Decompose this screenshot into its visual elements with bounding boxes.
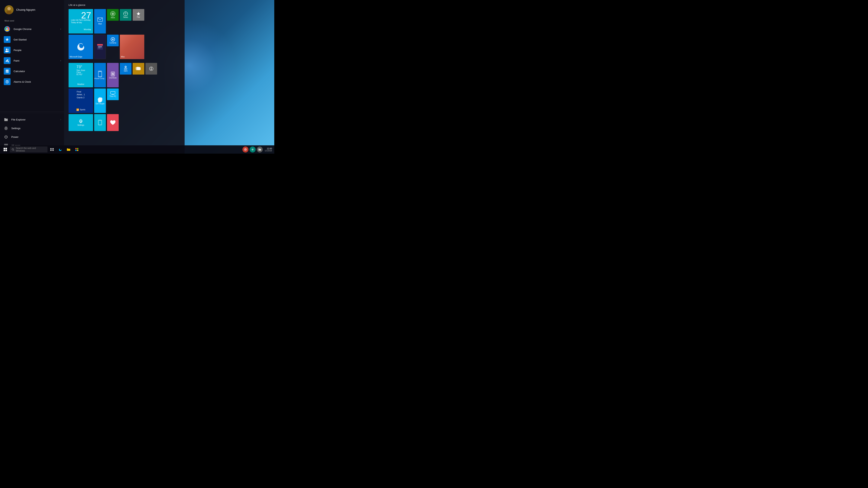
nav-label-file-explorer: File Explorer <box>11 118 26 121</box>
taskbar-store-icon <box>75 148 79 151</box>
nav-label-power: Power <box>11 135 19 138</box>
avatar[interactable] <box>4 5 13 14</box>
phone-label: Phone Comp... <box>94 77 106 79</box>
tile-cortana[interactable]: Cortana <box>107 35 119 46</box>
taskbar-clock[interactable]: 12:00 1/1/2016 <box>264 148 273 152</box>
tile-phone-sm[interactable] <box>94 114 106 131</box>
tile-row-2: Microsoft Edge <box>68 35 180 59</box>
settings-tile-icon <box>78 119 84 124</box>
tile-movies[interactable]: Misc <box>120 35 144 59</box>
svg-point-6 <box>7 51 9 52</box>
power-icon <box>4 135 8 139</box>
tile-phone-companion[interactable]: Phone Comp... <box>94 63 106 87</box>
tile-xbox[interactable]: ⊗ Xbox <box>107 9 119 21</box>
file-explorer-expand-icon: › <box>60 118 61 121</box>
alarms-clock-icon <box>4 78 10 85</box>
tile-health[interactable] <box>107 114 119 131</box>
cortana-label: Cortana <box>110 42 116 44</box>
start-button[interactable] <box>1 146 9 153</box>
app-item-get-started[interactable]: Get Started <box>0 34 64 45</box>
nav-item-file-explorer[interactable]: File Explorer › <box>0 115 64 124</box>
task-view-icon <box>50 148 54 151</box>
svg-rect-59 <box>4 148 5 149</box>
svg-rect-19 <box>4 119 8 121</box>
tile-notes-dark[interactable] <box>94 35 106 59</box>
skype-label: Get Skype <box>96 103 104 105</box>
tile-mail[interactable]: Mail <box>94 9 106 34</box>
svg-rect-51 <box>151 69 152 70</box>
news-icon <box>123 11 128 16</box>
sports-label: Sports <box>80 109 85 111</box>
tile-sam[interactable]: Sam <box>120 63 131 74</box>
movies-label: Misc <box>121 56 125 58</box>
tile-cards[interactable] <box>133 63 144 74</box>
svg-rect-60 <box>5 148 7 149</box>
tile-onenote[interactable]: N OneNote <box>107 63 119 87</box>
svg-point-45 <box>124 68 127 70</box>
app-item-paint[interactable]: Paint › <box>0 55 64 66</box>
svg-point-1 <box>7 7 11 10</box>
edge-icon <box>76 42 86 52</box>
tile-row-3: 73° San Jose Clear 81°/61° Weather Phone… <box>68 63 180 87</box>
svg-rect-15 <box>7 72 8 72</box>
taskbar-app-folder[interactable] <box>257 147 263 153</box>
svg-rect-48 <box>137 67 141 70</box>
app-item-alarms-clock[interactable]: Alarms & Clock <box>0 76 64 87</box>
taskbar-app-teal[interactable] <box>250 147 256 153</box>
calculator-icon <box>4 68 10 74</box>
svg-rect-65 <box>50 148 52 149</box>
svg-point-36 <box>113 39 113 40</box>
chrome-arrow-icon: › <box>60 28 61 30</box>
sidebar-divider <box>0 111 64 112</box>
nav-item-power[interactable]: Power <box>0 133 64 141</box>
app-item-google-chrome[interactable]: Google Chrome › <box>0 24 64 34</box>
taskbar-store-button[interactable] <box>73 146 81 153</box>
taskbar-edge-button[interactable] <box>57 146 64 153</box>
tile-microsoft-edge[interactable]: Microsoft Edge <box>68 35 93 59</box>
svg-point-57 <box>100 124 100 125</box>
phone-sm-icon <box>98 120 102 125</box>
xbox-icon: ⊗ <box>110 11 116 17</box>
tile-misc-sm[interactable] <box>146 63 157 74</box>
task-view-button[interactable] <box>48 146 56 153</box>
tile-favourites[interactable]: Fav <box>133 9 144 21</box>
tile-this-pc[interactable]: This PC <box>107 89 119 100</box>
cortana-icon <box>111 37 115 42</box>
user-name: Chuong Nguyen <box>16 8 35 11</box>
date-display: 1/1/2016 <box>265 150 272 152</box>
nav-item-settings[interactable]: Settings <box>0 124 64 133</box>
paint-icon <box>4 57 10 64</box>
taskbar-edge-icon <box>58 148 62 151</box>
tile-calendar[interactable]: Loke-Uei Tan's birthday Today all day 27… <box>68 9 93 34</box>
user-profile[interactable]: Chuong Nguyen <box>0 0 64 18</box>
file-explorer-icon <box>4 117 8 122</box>
calendar-day: Monday <box>84 28 91 31</box>
svg-rect-66 <box>52 148 54 149</box>
app-label-people: People <box>13 49 61 52</box>
settings-icon <box>4 126 8 130</box>
taskbar-explorer-button[interactable] <box>65 146 72 153</box>
tile-row-sports: Final Athlet.. 1 Giants 2 📶 Sports <box>68 89 180 113</box>
app-item-calculator[interactable]: Calculator <box>0 66 64 76</box>
this-pc-icon <box>110 91 116 95</box>
tile-weather[interactable]: 73° San Jose Clear 81°/61° Weather <box>68 63 93 87</box>
skype-icon <box>97 97 103 103</box>
chrome-icon <box>4 26 10 32</box>
tile-sports[interactable]: Final Athlet.. 1 Giants 2 📶 Sports <box>68 89 93 113</box>
app-label-get-started: Get Started <box>13 38 61 41</box>
misc-icon <box>149 66 154 71</box>
app-label-chrome: Google Chrome <box>13 28 57 31</box>
sam-icon <box>123 65 128 70</box>
people-icon <box>4 47 10 54</box>
notes-dark-icon <box>96 43 104 51</box>
start-menu: Chuong Nguyen Most used Google Chrome › <box>0 0 185 154</box>
get-started-icon <box>4 36 10 43</box>
app-label-calculator: Calculator <box>13 70 61 73</box>
svg-point-5 <box>7 49 9 50</box>
taskbar-app-red[interactable] <box>242 147 248 153</box>
tile-news[interactable]: News <box>120 9 131 21</box>
tile-settings-sm[interactable]: Settings <box>68 114 93 131</box>
search-bar[interactable]: Search the web and Windows <box>10 147 48 153</box>
app-item-people[interactable]: People <box>0 45 64 55</box>
tile-skype[interactable]: Get Skype <box>94 89 106 113</box>
